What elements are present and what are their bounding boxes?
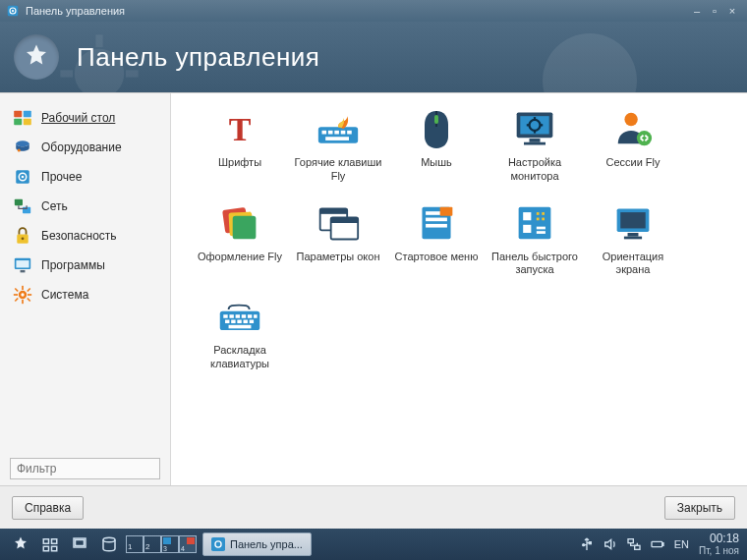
- sidebar-item-programs[interactable]: Программы: [10, 251, 160, 280]
- svg-rect-6: [60, 70, 73, 77]
- sidebar-item-security[interactable]: Безопасность: [10, 221, 160, 251]
- tile-quicklaunch[interactable]: Панель быстрого запуска: [486, 201, 584, 278]
- workspace-4[interactable]: 4: [179, 535, 197, 553]
- tile-label: Шрифты: [218, 156, 261, 170]
- svg-rect-78: [628, 233, 639, 237]
- window-maximize-button[interactable]: ▫: [706, 5, 723, 17]
- svg-rect-72: [537, 217, 540, 220]
- sidebar-item-label: Прочее: [41, 170, 82, 184]
- volume-icon[interactable]: [602, 535, 619, 553]
- svg-rect-88: [231, 320, 235, 324]
- svg-rect-93: [43, 539, 48, 544]
- battery-icon[interactable]: [649, 535, 666, 553]
- svg-rect-68: [523, 212, 531, 220]
- dialog-button-row: Справка Закрыть: [0, 485, 747, 529]
- svg-rect-89: [237, 320, 241, 324]
- start-menu-button[interactable]: [6, 532, 35, 557]
- svg-rect-96: [52, 546, 57, 551]
- svg-rect-98: [76, 540, 85, 546]
- svg-rect-71: [542, 212, 545, 215]
- window-minimize-button[interactable]: –: [688, 5, 706, 17]
- svg-rect-90: [244, 320, 248, 324]
- svg-rect-26: [22, 286, 24, 290]
- show-desktop-button[interactable]: [65, 532, 94, 557]
- tile-label: Стартовое меню: [395, 251, 479, 264]
- svg-rect-83: [236, 314, 240, 318]
- taskview-button[interactable]: [35, 532, 65, 557]
- filter-input[interactable]: [10, 458, 160, 479]
- sidebar-item-network[interactable]: Сеть: [10, 192, 160, 221]
- tile-monitor-settings[interactable]: Настройка монитора: [486, 107, 584, 184]
- usb-icon[interactable]: [578, 535, 596, 553]
- taskbar-task-control-panel[interactable]: Панель упра...: [202, 532, 312, 556]
- svg-rect-86: [254, 314, 258, 318]
- svg-rect-84: [242, 314, 246, 318]
- sidebar-item-label: Безопасность: [41, 229, 117, 243]
- window-close-button[interactable]: ×: [723, 5, 741, 17]
- tile-label: Параметры окон: [297, 251, 380, 264]
- window-titlebar: Панель управления – ▫ ×: [0, 0, 747, 22]
- svg-rect-36: [318, 127, 358, 143]
- tile-mouse[interactable]: Мышь: [387, 107, 486, 184]
- security-icon: [12, 226, 33, 246]
- tile-sessions[interactable]: Сессии Fly: [584, 107, 682, 184]
- workspace-3[interactable]: 3: [161, 535, 179, 553]
- tile-window-params[interactable]: Параметры окон: [289, 201, 387, 278]
- svg-rect-100: [211, 537, 225, 551]
- workspace-1[interactable]: 1: [126, 535, 144, 553]
- svg-rect-43: [434, 115, 438, 124]
- sidebar-item-desktop[interactable]: Рабочий стол: [10, 103, 160, 133]
- tile-label: Сессии Fly: [605, 156, 660, 170]
- sidebar: Рабочий столОборудованиеПрочееСетьБезопа…: [0, 93, 171, 485]
- svg-rect-24: [21, 270, 26, 272]
- svg-rect-32: [15, 298, 19, 302]
- tile-kb-layout[interactable]: Раскладка клавиатуры: [191, 295, 289, 371]
- workspace-2[interactable]: 2: [144, 535, 161, 553]
- close-button[interactable]: Закрыть: [664, 496, 735, 520]
- svg-rect-77: [620, 212, 645, 228]
- svg-rect-75: [537, 231, 546, 234]
- file-manager-button[interactable]: [94, 532, 124, 557]
- workspace-switcher[interactable]: 1234: [126, 535, 197, 553]
- svg-point-14: [18, 149, 21, 152]
- svg-point-34: [21, 293, 24, 296]
- network-icon[interactable]: [625, 535, 643, 553]
- monitor-settings-icon: [513, 107, 556, 150]
- clock-date: Пт, 1 ноя: [699, 545, 739, 556]
- start-menu-icon: [415, 201, 458, 245]
- svg-point-53: [624, 113, 637, 126]
- orientation-icon: [611, 201, 655, 245]
- svg-point-54: [637, 131, 652, 145]
- svg-rect-94: [52, 539, 57, 544]
- sidebar-item-system[interactable]: Система: [10, 280, 160, 309]
- sidebar-item-label: Оборудование: [41, 140, 122, 154]
- svg-rect-67: [519, 206, 551, 239]
- programs-icon: [12, 255, 33, 275]
- svg-rect-81: [223, 314, 227, 318]
- taskbar-task-label: Панель упра...: [230, 538, 303, 550]
- window-title: Панель управления: [26, 5, 125, 17]
- tile-orientation[interactable]: Ориентация экрана: [584, 201, 682, 278]
- sidebar-item-label: Сеть: [41, 199, 68, 213]
- svg-rect-47: [524, 142, 546, 145]
- svg-rect-10: [24, 111, 31, 117]
- svg-rect-18: [15, 199, 23, 206]
- svg-rect-11: [14, 119, 22, 125]
- svg-rect-28: [14, 294, 18, 296]
- clock-time: 00:18: [699, 532, 739, 545]
- tile-start-menu[interactable]: Стартовое меню: [387, 201, 486, 278]
- sidebar-item-other[interactable]: Прочее: [10, 162, 160, 192]
- sidebar-item-hardware[interactable]: Оборудование: [10, 133, 160, 162]
- tile-hotkeys[interactable]: Горячие клавиши Fly: [289, 107, 387, 184]
- taskbar-clock[interactable]: 00:18 Пт, 1 ноя: [691, 532, 741, 556]
- svg-rect-95: [43, 546, 48, 551]
- tile-theme[interactable]: Оформление Fly: [191, 201, 289, 278]
- gear-icon: [211, 537, 225, 551]
- desktop-icon: [12, 108, 33, 128]
- sidebar-item-label: Программы: [41, 258, 105, 272]
- mouse-icon: [415, 107, 458, 150]
- svg-rect-41: [347, 131, 352, 135]
- tile-fonts[interactable]: TШрифты: [191, 107, 289, 184]
- keyboard-layout-indicator[interactable]: EN: [672, 535, 691, 553]
- help-button[interactable]: Справка: [12, 496, 84, 520]
